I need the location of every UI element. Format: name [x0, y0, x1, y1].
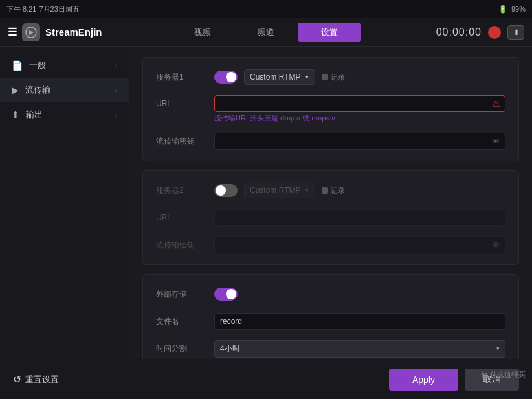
storage-toggle-thumb: [226, 289, 236, 299]
logo-icon: [22, 23, 40, 41]
server2-controls: Custom RTMP ▾ 记录: [214, 183, 505, 198]
pause-button[interactable]: ⏸: [507, 25, 524, 40]
dropdown-arrow-icon-2: ▾: [305, 187, 309, 194]
server1-header-row: 服务器1 Custom RTMP ▾ 记录: [156, 68, 505, 86]
general-icon: 📄: [12, 60, 23, 71]
tab-video[interactable]: 视频: [171, 23, 234, 42]
server2-record-badge: 记录: [322, 186, 345, 196]
record-icon-small-2: [322, 187, 328, 194]
server2-toggle[interactable]: [214, 184, 238, 197]
storage-label: 外部存储: [156, 289, 214, 300]
server1-toggle[interactable]: [214, 71, 238, 84]
system-top-bar: 下午 8:21 7月23日周五 🔋 99%: [0, 0, 532, 18]
streamkey-label: 流传输密钥: [156, 136, 214, 147]
timesplit-label: 时间分割: [156, 343, 214, 354]
url-error-hint: 流传输URL开头应是 rtmp:// 或 rtmps://: [214, 113, 505, 123]
server1-streamkey-row: 流传输密钥 👁: [156, 132, 505, 150]
reset-icon: ↺: [13, 373, 21, 385]
filename-input[interactable]: [214, 313, 505, 330]
header-right: 00:00:00 ⏸: [408, 25, 524, 40]
timesplit-arrow-icon: ▾: [496, 345, 500, 352]
server1-streamkey-wrapper: 👁: [214, 133, 505, 150]
apply-button[interactable]: Apply: [389, 369, 458, 391]
system-date: 7月23日周五: [39, 5, 79, 14]
server1-toggle-thumb: [226, 72, 236, 82]
sidebar-item-stream[interactable]: ▶ 流传输 ›: [0, 78, 129, 102]
chevron-right-icon-3: ›: [115, 111, 117, 119]
server2-streamkey-input[interactable]: [214, 236, 505, 253]
url-label: URL: [156, 95, 214, 108]
sidebar-stream-label: 流传输: [25, 84, 50, 96]
server1-controls: Custom RTMP ▾ 记录: [214, 69, 505, 85]
eye-icon[interactable]: 👁: [492, 137, 500, 146]
app-name: StreamEnjin: [45, 27, 102, 38]
server1-url-row: URL ⚠ 流传输URL开头应是 rtmp:// 或 rtmps://: [156, 95, 505, 123]
server2-service-dropdown[interactable]: Custom RTMP ▾: [244, 183, 315, 198]
hamburger-icon[interactable]: ☰: [8, 26, 17, 38]
system-time-area: 下午 8:21 7月23日周五: [6, 5, 80, 14]
server1-record-badge: 记录: [322, 73, 345, 82]
chevron-right-icon: ›: [115, 62, 117, 69]
system-status-area: 🔋 99%: [498, 5, 526, 14]
url-error-icon: ⚠: [492, 98, 500, 109]
timesplit-value: 4小时: [220, 343, 240, 354]
server2-header-row: 服务器2 Custom RTMP ▾ 记录: [156, 181, 505, 200]
storage-toggle-row: 外部存储: [156, 285, 505, 303]
server1-panel: 服务器1 Custom RTMP ▾ 记录: [142, 57, 519, 161]
filename-row: 文件名: [156, 312, 505, 330]
reset-settings-button[interactable]: ↺ 重置设置: [13, 373, 59, 385]
eye-icon-2[interactable]: 👁: [492, 240, 500, 250]
tab-audio[interactable]: 频道: [234, 23, 298, 42]
sidebar-item-output[interactable]: ⬆ 输出 ›: [0, 102, 129, 127]
url-input-col: ⚠ 流传输URL开头应是 rtmp:// 或 rtmps://: [214, 95, 505, 123]
chevron-right-icon-2: ›: [115, 87, 117, 94]
bottom-bar: ↺ 重置设置 Apply 取消: [0, 359, 532, 399]
nav-tabs: 视频 频道 设置: [124, 23, 408, 42]
server2-service-label: Custom RTMP: [250, 186, 300, 195]
server2-label: 服务器2: [156, 185, 214, 196]
filename-label: 文件名: [156, 316, 214, 327]
timesplit-row: 时间分割 4小时 ▾: [156, 339, 505, 358]
storage-toggle[interactable]: [214, 288, 238, 301]
sidebar: 📄 一般 › ▶ 流传输 › ⬆ 输出 ›: [0, 47, 129, 359]
reset-label: 重置设置: [25, 374, 59, 385]
output-icon: ⬆: [12, 109, 19, 120]
sidebar-general-label: 一般: [29, 60, 46, 71]
server2-streamkey-row: 流传输密钥 👁: [156, 236, 505, 254]
server1-service-label: Custom RTMP: [250, 73, 300, 82]
pause-icon: ⏸: [512, 28, 520, 37]
server1-url-input[interactable]: [214, 95, 505, 112]
sidebar-item-general[interactable]: 📄 一般 ›: [0, 53, 129, 78]
system-time: 下午 8:21: [6, 5, 36, 14]
timesplit-dropdown[interactable]: 4小时 ▾: [214, 340, 505, 358]
server2-url-row: URL: [156, 209, 505, 227]
tab-settings[interactable]: 设置: [298, 23, 361, 42]
server2-panel: 服务器2 Custom RTMP ▾ 记录: [142, 170, 519, 265]
server2-record-label: 记录: [331, 186, 345, 196]
battery-icon: 🔋: [498, 5, 507, 14]
record-button[interactable]: [488, 26, 501, 39]
server2-url-wrapper: [214, 209, 505, 226]
server1-service-dropdown[interactable]: Custom RTMP ▾: [244, 69, 315, 85]
server1-streamkey-input[interactable]: [214, 133, 505, 150]
cancel-button[interactable]: 取消: [465, 369, 519, 391]
server2-url-input[interactable]: [214, 209, 505, 226]
server2-toggle-thumb: [216, 185, 226, 196]
battery-level: 99%: [511, 5, 526, 13]
url-label-2: URL: [156, 213, 214, 222]
app-header: ☰ StreamEnjin 视频 频道 设置 00:00:00 ⏸: [0, 18, 532, 47]
bottom-actions: Apply 取消: [389, 369, 519, 391]
url-input-wrapper: ⚠: [214, 95, 505, 112]
server1-label: 服务器1: [156, 72, 214, 83]
record-icon-small: [322, 74, 328, 80]
dropdown-arrow-icon: ▾: [305, 74, 309, 80]
sidebar-output-label: 输出: [26, 109, 43, 120]
storage-panel: 外部存储 文件名 时间分割 4小时 ▾ 格式化: [142, 274, 519, 359]
server2-streamkey-wrapper: 👁: [214, 236, 505, 253]
settings-content: 服务器1 Custom RTMP ▾ 记录: [129, 47, 532, 359]
stream-icon: ▶: [12, 85, 19, 95]
streamkey-label-2: 流传输密钥: [156, 240, 214, 251]
app-logo: ☰ StreamEnjin: [8, 23, 124, 41]
timer-display: 00:00:00: [436, 27, 482, 38]
main-layout: 📄 一般 › ▶ 流传输 › ⬆ 输出 › 服务器1: [0, 47, 532, 359]
